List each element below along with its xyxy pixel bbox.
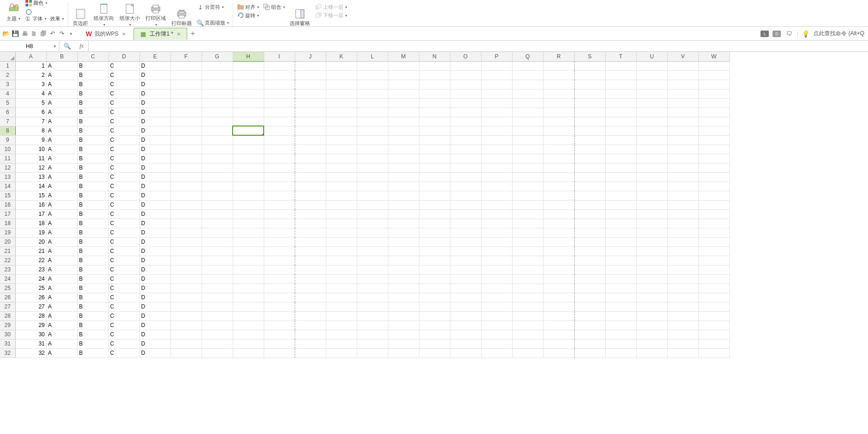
cell-P6[interactable] xyxy=(481,107,512,117)
cell-P23[interactable] xyxy=(481,265,512,274)
cell-F27[interactable] xyxy=(171,302,202,311)
cell-K5[interactable] xyxy=(326,98,357,107)
cell-V7[interactable] xyxy=(667,117,698,126)
cell-W6[interactable] xyxy=(698,107,729,117)
cell-J7[interactable] xyxy=(295,117,326,126)
cell-N32[interactable] xyxy=(419,348,450,358)
undo-icon[interactable]: ↶ xyxy=(48,30,57,38)
cell-T12[interactable] xyxy=(605,163,636,172)
cell-J17[interactable] xyxy=(295,209,326,219)
cell-P17[interactable] xyxy=(481,209,512,219)
cell-T9[interactable] xyxy=(605,135,636,145)
cell-W16[interactable] xyxy=(698,200,729,209)
cell-K14[interactable] xyxy=(326,182,357,191)
cell-D7[interactable]: C xyxy=(108,117,139,126)
cell-Q11[interactable] xyxy=(512,154,543,163)
cell-D28[interactable]: C xyxy=(108,311,139,321)
cell-R3[interactable] xyxy=(543,80,574,89)
cell-O24[interactable] xyxy=(450,274,481,283)
cell-F22[interactable] xyxy=(171,256,202,265)
row-header-32[interactable]: 32 xyxy=(0,348,15,358)
cell-C20[interactable]: B xyxy=(77,237,108,246)
cell-I15[interactable] xyxy=(264,191,295,200)
cell-H27[interactable] xyxy=(233,302,264,311)
cell-I20[interactable] xyxy=(264,237,295,246)
cell-V5[interactable] xyxy=(667,98,698,107)
cell-W4[interactable] xyxy=(698,89,729,98)
cell-N7[interactable] xyxy=(419,117,450,126)
cell-J16[interactable] xyxy=(295,200,326,209)
cell-V28[interactable] xyxy=(667,311,698,321)
cell-V3[interactable] xyxy=(667,80,698,89)
cell-H28[interactable] xyxy=(233,311,264,321)
cell-L22[interactable] xyxy=(357,256,388,265)
cell-J2[interactable] xyxy=(295,70,326,80)
cell-P31[interactable] xyxy=(481,339,512,348)
cell-U26[interactable] xyxy=(636,293,667,302)
cell-N13[interactable] xyxy=(419,172,450,182)
cell-H21[interactable] xyxy=(233,246,264,256)
cell-U11[interactable] xyxy=(636,154,667,163)
cell-O13[interactable] xyxy=(450,172,481,182)
cell-O22[interactable] xyxy=(450,256,481,265)
cell-I5[interactable] xyxy=(264,98,295,107)
cell-G32[interactable] xyxy=(202,348,233,358)
cell-O8[interactable] xyxy=(450,126,481,135)
cell-T26[interactable] xyxy=(605,293,636,302)
cell-T31[interactable] xyxy=(605,339,636,348)
cell-D15[interactable]: C xyxy=(108,191,139,200)
cell-R24[interactable] xyxy=(543,274,574,283)
cell-S20[interactable] xyxy=(574,237,605,246)
cell-R19[interactable] xyxy=(543,228,574,237)
cell-R8[interactable] xyxy=(543,126,574,135)
cell-I3[interactable] xyxy=(264,80,295,89)
cell-Q6[interactable] xyxy=(512,107,543,117)
cell-J13[interactable] xyxy=(295,172,326,182)
fx-label[interactable]: fx xyxy=(75,43,88,50)
cell-M4[interactable] xyxy=(388,89,419,98)
cell-U12[interactable] xyxy=(636,163,667,172)
cell-L15[interactable] xyxy=(357,191,388,200)
cell-W21[interactable] xyxy=(698,246,729,256)
row-header-11[interactable]: 11 xyxy=(0,154,15,163)
cell-M15[interactable] xyxy=(388,191,419,200)
cell-T23[interactable] xyxy=(605,265,636,274)
cell-F17[interactable] xyxy=(171,209,202,219)
cell-U24[interactable] xyxy=(636,274,667,283)
cell-S22[interactable] xyxy=(574,256,605,265)
tab-my-wps[interactable]: W 我的WPS × xyxy=(80,28,133,40)
cell-L1[interactable] xyxy=(357,61,388,70)
cell-Q25[interactable] xyxy=(512,283,543,293)
cell-I8[interactable] xyxy=(264,126,295,135)
cell-O19[interactable] xyxy=(450,228,481,237)
cell-N16[interactable] xyxy=(419,200,450,209)
cell-E12[interactable]: D xyxy=(139,163,171,172)
cell-R13[interactable] xyxy=(543,172,574,182)
cell-K2[interactable] xyxy=(326,70,357,80)
cell-I18[interactable] xyxy=(264,219,295,228)
cell-F31[interactable] xyxy=(171,339,202,348)
cell-V8[interactable] xyxy=(667,126,698,135)
cell-K3[interactable] xyxy=(326,80,357,89)
cell-E8[interactable]: D xyxy=(139,126,171,135)
cell-B13[interactable]: A xyxy=(46,172,77,182)
cell-M6[interactable] xyxy=(388,107,419,117)
cell-W13[interactable] xyxy=(698,172,729,182)
cell-B24[interactable]: A xyxy=(46,274,77,283)
cell-G8[interactable] xyxy=(202,126,233,135)
cell-F23[interactable] xyxy=(171,265,202,274)
cell-W15[interactable] xyxy=(698,191,729,200)
cell-N22[interactable] xyxy=(419,256,450,265)
row-header-24[interactable]: 24 xyxy=(0,274,15,283)
cell-E10[interactable]: D xyxy=(139,145,171,154)
cell-S28[interactable] xyxy=(574,311,605,321)
cell-O7[interactable] xyxy=(450,117,481,126)
cell-M1[interactable] xyxy=(388,61,419,70)
redo-icon[interactable]: ↷ xyxy=(57,30,66,38)
col-header-O[interactable]: O xyxy=(450,52,481,61)
cell-A24[interactable]: 24 xyxy=(15,274,46,283)
cell-M16[interactable] xyxy=(388,200,419,209)
cell-L19[interactable] xyxy=(357,228,388,237)
cell-N30[interactable] xyxy=(419,330,450,339)
cell-G15[interactable] xyxy=(202,191,233,200)
